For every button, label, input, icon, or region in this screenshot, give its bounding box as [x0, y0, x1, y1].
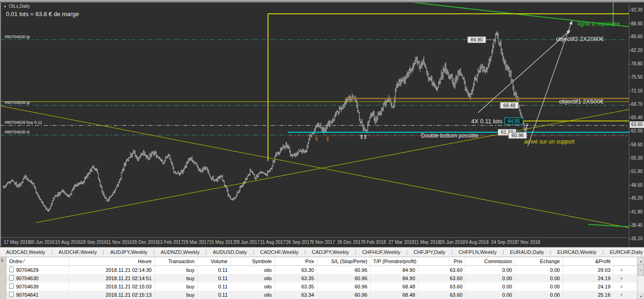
terminal-side-strip: x Terminal — [0, 257, 6, 299]
scroll-up-button[interactable]: ▲ — [638, 258, 644, 264]
annotation-double-bottom-note[interactable]: Double bottom possible — [421, 132, 479, 139]
terminal-scrollbar[interactable]: ▲ ▼ — [637, 257, 644, 299]
date-tick-label: 26 Dec 2017 — [337, 240, 363, 245]
cell-volume: 0.11 — [198, 266, 231, 274]
column-header-prix[interactable]: Prix — [418, 257, 466, 265]
cell-prix: 63.60 — [418, 274, 466, 282]
tab-chfpln[interactable]: CHFPLN,Weekly — [453, 249, 503, 255]
price-tick-label: 38.40 — [631, 223, 643, 228]
current-price-tag: 63.60 — [630, 121, 644, 128]
green-bottom-segment[interactable] — [588, 224, 629, 227]
up-arrow-marker-2[interactable]: ⇧ — [325, 136, 330, 143]
date-tick-label: 17 May 2016 — [4, 240, 30, 245]
tab-eurcad[interactable]: EURCAD,Weekly — [551, 249, 602, 255]
tab-audjpy[interactable]: AUDJPY,Weekly — [104, 249, 154, 255]
tp-line-6848-label: #90704639 tp — [5, 100, 30, 105]
date-tick-label: 9 Nov 2017 — [312, 240, 335, 245]
tab-audusd[interactable]: AUDUSD,Daily — [207, 249, 253, 255]
terminal-close-icon[interactable]: x — [1, 258, 3, 263]
close-order-icon[interactable]: × — [616, 276, 623, 281]
price-tick-label: 41.80 — [631, 209, 643, 214]
column-header-ordre[interactable]: Ordre ⁄ — [6, 257, 69, 265]
cell-commission: 0.00 — [466, 291, 515, 299]
tab-chfjpy[interactable]: CHFJPY,Daily — [408, 249, 451, 255]
annotation-lots-note[interactable]: 4X 0.11 lots — [471, 118, 502, 125]
tab-audcad[interactable]: AUDCAD,Weekly — [0, 249, 51, 255]
column-header-prix[interactable]: Prix — [275, 257, 317, 265]
price-tick-label: 92.30 — [631, 7, 643, 12]
order-row-90704629[interactable]: 907046292018.11.21 02:14:30buy0.11oils63… — [6, 266, 637, 274]
chart-title[interactable]: ▼OILs,Daily — [3, 4, 30, 9]
cell-commission: 0.00 — [466, 282, 515, 291]
axis-tick-mark — [629, 77, 631, 77]
date-tick-label: 26 Jun 2018 — [440, 240, 465, 245]
tab-chfhuf[interactable]: CHFHUF,Weekly — [356, 249, 406, 255]
price-tick-label: 72.10 — [631, 88, 643, 93]
order-row-90704641[interactable]: 907046412018.11.21 02:15:13buy0.11oils63… — [6, 291, 637, 299]
axis-tick-mark — [629, 37, 631, 37]
tab-euraud[interactable]: EURAUD,Daily — [504, 249, 550, 255]
date-tick-label: 15 Aug 2016 — [55, 240, 81, 245]
column-header-volume[interactable]: Volume — [198, 257, 231, 265]
cell-symbole: oils — [231, 291, 275, 299]
column-header-transaction[interactable]: Transaction — [155, 257, 198, 265]
column-header--profit[interactable]: &Profit — [563, 257, 614, 265]
cell--profit: 24.19 — [563, 282, 614, 291]
cell-heure: 2018.11.21 02:14:30 — [69, 266, 155, 274]
column-header-symbole[interactable]: Symbole — [231, 257, 275, 265]
cell-symbole: oils — [231, 282, 275, 291]
scroll-down-button[interactable]: ▼ — [638, 293, 644, 299]
tab-audchf[interactable]: AUDCHF,Weekly — [52, 249, 103, 255]
price-tick-label: 85.60 — [631, 34, 643, 39]
up-arrow-marker-4[interactable]: ⇧ — [363, 133, 368, 140]
cell--profit: 24.19 — [563, 274, 614, 282]
cell-prix: 63.35 — [275, 282, 317, 291]
tab-eurchf[interactable]: EURCHF,Daily — [604, 249, 644, 255]
axis-tick-mark — [629, 239, 631, 239]
date-tick-label: 15 May 2017 — [209, 240, 235, 245]
price-tick-label: 51.90 — [631, 169, 643, 174]
axis-tick-mark — [629, 50, 631, 51]
date-tick-label: 9 Aug 2018 — [465, 240, 489, 245]
column-header-echange[interactable]: Echange — [515, 257, 563, 265]
close-order-icon[interactable]: × — [616, 268, 623, 273]
arrow-to-ligne-2[interactable] — [478, 30, 570, 113]
price-chart[interactable]: #90704630 tp#90704639 tp#90704629 buy 0.… — [0, 0, 629, 237]
axis-tick-mark — [629, 91, 631, 91]
tab-audnzd[interactable]: AUDNZD,Weekly — [154, 249, 205, 255]
collapse-chart-icon[interactable]: ▼ — [3, 5, 7, 9]
column-header-actions[interactable] — [614, 257, 637, 265]
order-row-90704630[interactable]: 907046302018.11.21 02:14:51buy0.11oils63… — [6, 274, 637, 282]
terminal-panel: x Terminal Ordre ⁄HeureTransactionVolume… — [0, 257, 644, 299]
date-tick-label: 30 Jun 2016 — [29, 240, 55, 245]
cell-prix: 63.35 — [275, 274, 317, 282]
annotation-support-note[interactable]: arrivé sur un support — [524, 138, 575, 145]
axis-tick-mark — [629, 10, 631, 11]
date-tick-label: 28 Jun 2017 — [234, 240, 260, 245]
close-order-icon[interactable]: × — [616, 293, 623, 298]
order-row-90704639[interactable]: 907046392018.11.21 02:15:03buy0.11oils63… — [6, 282, 637, 291]
chart-symbol-label: OILs,Daily — [9, 4, 30, 9]
cell-prix: 63.30 — [275, 266, 317, 274]
column-header-t-p-prendre-profit-[interactable]: T/P (Prendre/profit) — [370, 257, 418, 265]
cell-commission: 0.00 — [466, 274, 515, 282]
up-arrow-marker-1[interactable]: ⇧ — [314, 136, 319, 143]
time-axis: 17 May 201630 Jun 201615 Aug 201628 Sep … — [0, 237, 629, 247]
tab-cadjpy[interactable]: CADJPY,Weekly — [306, 249, 355, 255]
column-header-heure[interactable]: Heure — [69, 257, 155, 265]
close-order-icon[interactable]: × — [616, 284, 623, 289]
annotation-ligne-a-rejoindre[interactable]: ligne à rejoindre — [577, 20, 620, 27]
annotation-objectif1[interactable]: objectif1 2X500€ — [559, 98, 604, 105]
annotation-objectif2[interactable]: objectif2 2X2080€ — [556, 35, 604, 42]
column-header-s-l-stop-perte-[interactable]: S/L (Stop/Perte) — [317, 257, 370, 265]
date-tick-label: 29 Mar 2017 — [183, 240, 209, 245]
yellow-descending[interactable] — [0, 106, 629, 228]
axis-tick-mark — [629, 144, 631, 145]
tab-cadchf[interactable]: CADCHF,Weekly — [254, 249, 305, 255]
column-header-commission[interactable]: Commission — [466, 257, 515, 265]
axis-tick-mark — [629, 64, 631, 64]
cell-heure: 2018.11.21 02:15:13 — [69, 291, 155, 299]
order-doc-icon — [9, 267, 14, 272]
scrollbar-thumb[interactable] — [638, 264, 644, 276]
axis-tick-mark — [629, 117, 631, 118]
